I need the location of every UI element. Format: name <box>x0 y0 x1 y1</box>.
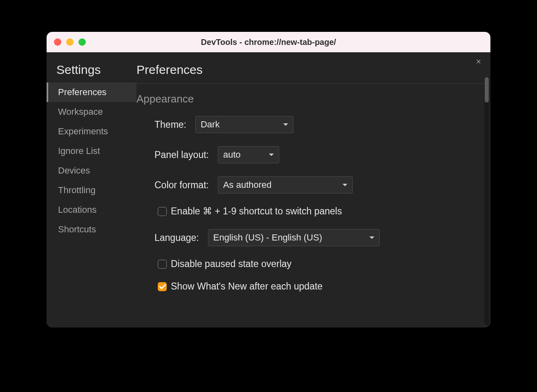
row-theme: Theme: Dark <box>154 113 482 136</box>
row-language: Language: English (US) - English (US) <box>154 226 482 249</box>
sidebar-item-workspace[interactable]: Workspace <box>47 102 136 122</box>
panel-layout-select[interactable]: auto <box>218 146 279 163</box>
devtools-settings-window: DevTools - chrome://new-tab-page/ × Sett… <box>47 32 490 327</box>
sidebar-item-ignore-list[interactable]: Ignore List <box>47 141 136 161</box>
language-value: English (US) - English (US) <box>213 232 322 243</box>
theme-value: Dark <box>201 119 219 130</box>
enable-shortcut-label: Enable ⌘ + 1-9 shortcut to switch panels <box>171 206 342 217</box>
theme-label: Theme: <box>154 119 186 130</box>
language-label: Language: <box>154 232 199 243</box>
sidebar-item-label: Ignore List <box>58 146 100 156</box>
sidebar-item-locations[interactable]: Locations <box>47 200 136 220</box>
row-disable-overlay: Disable paused state overlay <box>158 256 482 272</box>
chevron-down-icon <box>269 154 274 156</box>
enable-shortcut-checkbox[interactable] <box>158 207 167 216</box>
window-minimize-button[interactable] <box>66 38 74 46</box>
sidebar-item-shortcuts[interactable]: Shortcuts <box>47 220 136 239</box>
sidebar-title: Settings <box>47 60 136 82</box>
show-whats-new-checkbox[interactable] <box>158 282 167 291</box>
window-titlebar: DevTools - chrome://new-tab-page/ <box>47 32 490 52</box>
chevron-down-icon <box>342 184 347 186</box>
row-show-whats-new: Show What's New after each update <box>158 278 482 294</box>
scrollbar[interactable] <box>484 77 489 325</box>
window-title: DevTools - chrome://new-tab-page/ <box>47 38 490 47</box>
preferences-panel: Appearance Theme: Dark Panel layout: aut… <box>136 84 490 294</box>
sidebar-item-experiments[interactable]: Experiments <box>47 122 136 141</box>
sidebar-item-label: Experiments <box>58 126 108 137</box>
row-panel-layout: Panel layout: auto <box>154 143 482 167</box>
theme-select[interactable]: Dark <box>195 116 293 133</box>
sidebar-item-label: Workspace <box>58 107 103 117</box>
sidebar-item-label: Preferences <box>58 87 107 98</box>
language-select[interactable]: English (US) - English (US) <box>208 229 380 246</box>
color-format-value: As authored <box>223 180 272 190</box>
sidebar-item-label: Locations <box>58 205 96 215</box>
page-title: Preferences <box>136 60 490 83</box>
panel-layout-label: Panel layout: <box>154 149 209 160</box>
window-zoom-button[interactable] <box>78 38 86 46</box>
sidebar-item-label: Throttling <box>58 185 96 196</box>
sidebar-item-label: Shortcuts <box>58 224 96 235</box>
chevron-down-icon <box>369 236 374 239</box>
sidebar-item-throttling[interactable]: Throttling <box>47 180 136 200</box>
row-color-format: Color format: As authored <box>154 173 482 197</box>
color-format-label: Color format: <box>154 180 209 191</box>
row-enable-shortcut: Enable ⌘ + 1-9 shortcut to switch panels <box>158 203 482 219</box>
section-title-appearance: Appearance <box>136 84 482 113</box>
disable-overlay-checkbox[interactable] <box>158 260 167 269</box>
window-traffic-lights <box>54 38 86 46</box>
color-format-select[interactable]: As authored <box>218 176 353 194</box>
settings-main-panel: Preferences Appearance Theme: Dark Panel… <box>136 52 490 327</box>
panel-layout-value: auto <box>223 149 241 160</box>
disable-overlay-label: Disable paused state overlay <box>171 258 291 270</box>
settings-sidebar: Settings Preferences Workspace Experimen… <box>47 52 136 327</box>
sidebar-item-preferences[interactable]: Preferences <box>47 82 136 102</box>
sidebar-item-label: Devices <box>58 165 90 176</box>
scrollbar-thumb[interactable] <box>485 77 489 102</box>
settings-content: × Settings Preferences Workspace Experim… <box>47 52 490 327</box>
window-close-button[interactable] <box>54 38 61 46</box>
show-whats-new-label: Show What's New after each update <box>171 281 322 292</box>
sidebar-item-devices[interactable]: Devices <box>47 161 136 180</box>
chevron-down-icon <box>283 123 288 126</box>
